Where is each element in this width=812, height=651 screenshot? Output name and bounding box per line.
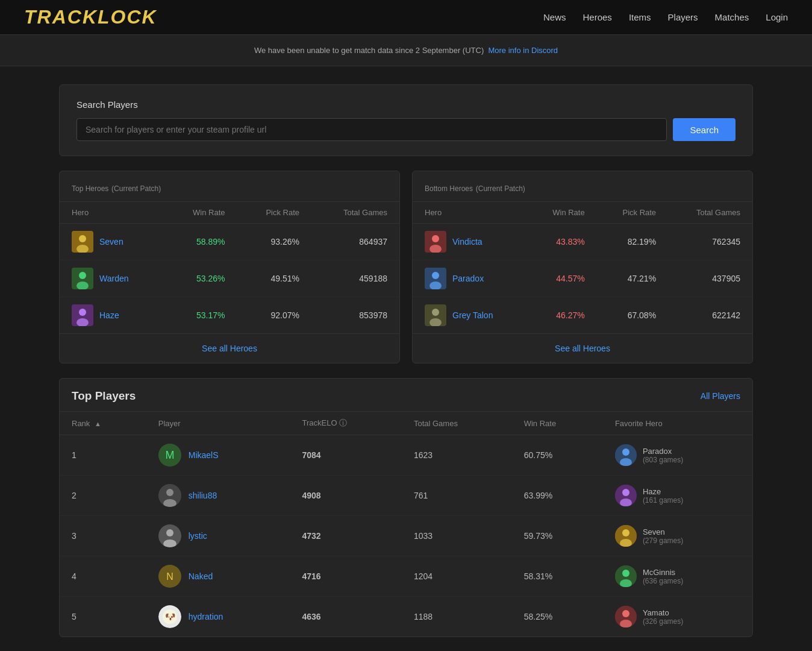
hero-name-cell: Haze <box>60 297 164 334</box>
th-player: Player <box>146 412 290 435</box>
search-input[interactable] <box>77 118 667 141</box>
fav-hero-name: Paradox <box>643 447 683 456</box>
svg-point-1 <box>79 235 86 242</box>
player-fav-hero: McGinnis (636 games) <box>603 556 752 597</box>
heroes-section: Top Heroes (Current Patch) Hero Win Rate… <box>59 171 753 363</box>
player-win-rate: 59.73% <box>512 516 603 556</box>
hero-avatar <box>425 304 446 326</box>
win-rate: 53.17% <box>164 297 237 334</box>
players-header-row: Rank ▲ Player TrackELO ⓘ Total Games Win… <box>60 412 752 435</box>
banner-link[interactable]: More info in Discord <box>488 46 558 55</box>
hero-avatar <box>425 231 446 253</box>
player-elo: 4908 <box>290 476 401 516</box>
banner-text: We have been unable to get match data si… <box>254 46 484 55</box>
svg-point-4 <box>79 272 86 279</box>
svg-point-27 <box>622 489 629 496</box>
site-logo[interactable]: TRACKLOCK <box>24 6 543 28</box>
player-total-games: 1204 <box>402 556 512 597</box>
player-fav-hero: Paradox (803 games) <box>603 435 752 476</box>
player-link[interactable]: Naked <box>189 571 213 581</box>
player-total-games: 1623 <box>402 435 512 476</box>
bottom-heroes-header: Bottom Heroes (Current Patch) <box>413 171 752 202</box>
table-row: Warden 53.26% 49.51% 459188 <box>60 260 399 297</box>
player-link[interactable]: hydration <box>189 612 223 621</box>
hero-link[interactable]: Haze <box>99 310 119 320</box>
fav-hero-avatar <box>615 606 637 627</box>
player-fav-hero: Haze (161 games) <box>603 476 752 516</box>
th-total-games: Total Games <box>402 412 512 435</box>
hero-link[interactable]: Seven <box>99 237 123 247</box>
th-win-rate: Win Rate <box>512 412 603 435</box>
player-name-cell: N Naked <box>146 556 290 597</box>
table-row: 4 N Naked 4716 1204 58.31% McGinnis (636… <box>60 556 752 597</box>
pick-rate: 92.07% <box>237 297 311 334</box>
pick-rate: 67.08% <box>597 297 668 334</box>
elo-info-icon[interactable]: ⓘ <box>339 418 347 427</box>
table-row: 5 🐶 hydration 4636 1188 58.25% Yamato (3… <box>60 597 752 637</box>
search-title: Search Players <box>77 99 735 110</box>
player-win-rate: 60.75% <box>512 435 603 476</box>
fav-hero-games: (326 games) <box>643 617 683 626</box>
th-winrate-top: Win Rate <box>164 202 237 224</box>
total-games: 853978 <box>311 297 399 334</box>
th-winrate-bot: Win Rate <box>527 202 597 224</box>
total-games: 459188 <box>311 260 399 297</box>
fav-hero-name: Yamato <box>643 608 683 617</box>
svg-point-38 <box>622 570 629 577</box>
main-content: Search Players Search Top Heroes (Curren… <box>45 66 767 651</box>
hero-link[interactable]: Grey Talon <box>452 310 493 320</box>
top-heroes-card: Top Heroes (Current Patch) Hero Win Rate… <box>59 171 400 363</box>
see-all-heroes-top: See all Heroes <box>60 333 399 363</box>
table-row: 3 lystic 4732 1033 59.73% Seven (279 gam… <box>60 516 752 556</box>
search-button[interactable]: Search <box>673 118 735 141</box>
see-all-heroes-bottom-link[interactable]: See all Heroes <box>555 344 610 353</box>
svg-text:🐶: 🐶 <box>164 612 175 622</box>
player-elo: 4732 <box>290 516 401 556</box>
hero-link[interactable]: Vindicta <box>452 237 483 247</box>
th-totalgames-bot: Total Games <box>668 202 752 224</box>
player-name-cell: M MikaelS <box>146 435 290 476</box>
player-avatar <box>158 484 181 507</box>
nav-links: News Heroes Items Players Matches Login <box>543 12 788 22</box>
nav-items[interactable]: Items <box>629 12 651 22</box>
players-table: Rank ▲ Player TrackELO ⓘ Total Games Win… <box>60 412 752 637</box>
player-avatar <box>158 524 181 547</box>
top-players-card: Top Players All Players Rank ▲ Player Tr… <box>59 378 753 637</box>
nav-news[interactable]: News <box>543 12 566 22</box>
nav-heroes[interactable]: Heroes <box>583 12 612 22</box>
hero-link[interactable]: Paradox <box>452 274 484 283</box>
total-games: 437905 <box>668 260 752 297</box>
player-rank: 5 <box>60 597 146 637</box>
fav-hero-games: (636 games) <box>643 577 683 585</box>
th-pickrate-bot: Pick Rate <box>597 202 668 224</box>
th-elo: TrackELO ⓘ <box>290 412 401 435</box>
see-all-heroes-top-link[interactable]: See all Heroes <box>202 344 257 353</box>
nav-players[interactable]: Players <box>668 12 698 22</box>
top-heroes-table: Hero Win Rate Pick Rate Total Games Seve… <box>60 202 399 333</box>
player-rank: 1 <box>60 435 146 476</box>
fav-hero-avatar <box>615 444 637 466</box>
svg-point-16 <box>432 309 439 316</box>
player-link[interactable]: shiliu88 <box>189 491 217 500</box>
player-rank: 4 <box>60 556 146 597</box>
top-players-title: Top Players <box>72 389 136 403</box>
pick-rate: 82.19% <box>597 224 668 260</box>
hero-avatar <box>72 268 93 289</box>
nav-login[interactable]: Login <box>766 12 788 22</box>
player-link[interactable]: MikaelS <box>189 450 219 460</box>
all-players-link[interactable]: All Players <box>701 391 740 401</box>
player-total-games: 1033 <box>402 516 512 556</box>
hero-name-cell: Paradox <box>413 260 527 297</box>
player-link[interactable]: lystic <box>189 531 207 541</box>
player-elo: 4636 <box>290 597 401 637</box>
fav-hero-avatar <box>615 565 637 587</box>
sort-icon: ▲ <box>95 420 101 427</box>
hero-link[interactable]: Warden <box>99 274 129 283</box>
search-row: Search <box>77 118 735 141</box>
fav-hero-name: Seven <box>643 527 683 536</box>
svg-point-24 <box>166 489 173 496</box>
player-elo: 4716 <box>290 556 401 597</box>
table-row: Haze 53.17% 92.07% 853978 <box>60 297 399 334</box>
player-win-rate: 58.31% <box>512 556 603 597</box>
nav-matches[interactable]: Matches <box>715 12 749 22</box>
